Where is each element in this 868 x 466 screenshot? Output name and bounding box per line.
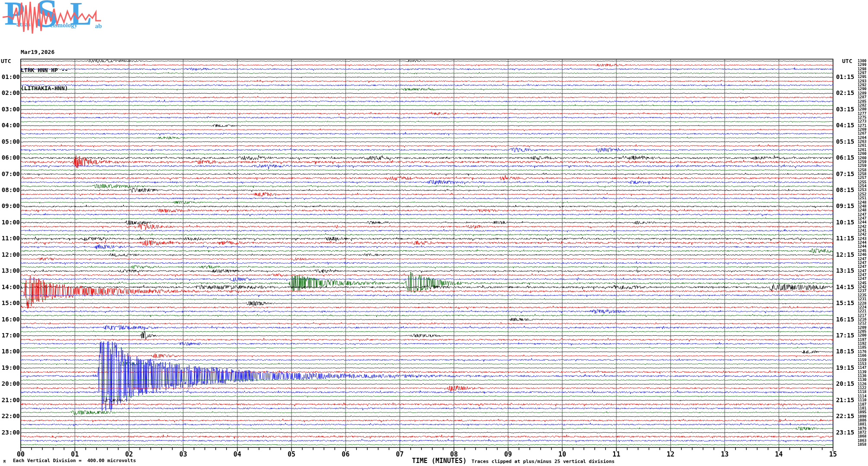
hour-label-left: 17:00 [0, 332, 20, 339]
x-tick-label: 14 [770, 451, 788, 458]
offset-value: 1260 [858, 152, 868, 156]
utc-header-left: UTC [1, 58, 11, 64]
header-station-line: LTHK HNN HP -- [21, 67, 68, 73]
header-station-name: (LITHAKIA-HNN) [21, 85, 68, 91]
x-tick-label: 11 [608, 451, 625, 458]
hour-label-left: 06:00 [0, 154, 20, 161]
offset-value: 1248 [858, 208, 868, 212]
hour-label-left: 03:00 [0, 106, 20, 113]
offset-value: 1221 [858, 309, 868, 313]
vertical-division-note: Each Vertical Division = 400.00 microvol… [13, 458, 136, 463]
utc-header-right: UTC [842, 58, 852, 64]
offset-value: 1095 [858, 410, 868, 414]
seismogram-canvas [0, 0, 868, 466]
x-tick-label: 06 [337, 451, 354, 458]
offset-value: 1147 [858, 366, 868, 370]
offset-value: 1247 [858, 265, 868, 269]
offset-value: 1251 [858, 196, 868, 200]
hour-label-left: 09:00 [0, 203, 20, 209]
offset-value: 1247 [858, 277, 868, 281]
hour-label-left: 12:00 [0, 252, 20, 258]
plot-header: Mar19,2026 LTHK HNN HP -- (LITHAKIA-HNN) [21, 37, 68, 98]
offset-value: 1081 [858, 422, 868, 426]
hour-label-left: 10:00 [0, 219, 20, 226]
header-date: Mar19,2026 [21, 49, 68, 55]
hour-label-left: 14:00 [0, 284, 20, 290]
x-tick-label: 15 [824, 451, 842, 458]
time-axis-title: TIME (MINUTES) [412, 457, 466, 465]
x-tick-label: 02 [120, 451, 138, 458]
offset-value: 1299 [858, 63, 868, 67]
hour-label-left: 23:00 [0, 429, 20, 436]
x-tick-label: 01 [66, 451, 83, 458]
offset-value: 1259 [858, 164, 868, 168]
offset-value: 1231 [858, 297, 868, 301]
hour-label-left: 04:00 [0, 122, 20, 129]
hour-label-left: 01:00 [0, 74, 20, 80]
hour-label-left: 07:00 [0, 171, 20, 177]
hour-label-left: 13:00 [0, 268, 20, 274]
x-tick-label: 03 [174, 451, 192, 458]
logo-seismic-wave-icon [2, 0, 105, 36]
offset-value: 1295 [858, 75, 868, 79]
x-tick-label: 09 [500, 451, 517, 458]
offset-value: 1246 [858, 253, 868, 257]
offset-value: 1244 [858, 220, 868, 224]
psl-logo: P S L atras eismology ab [2, 0, 105, 36]
offset-value: 1212 [858, 321, 868, 325]
x-tick-label: 13 [716, 451, 733, 458]
helicorder-page: { "logo": { "letters": ["P","S","L"], "w… [0, 0, 868, 466]
x-tick-label: 00 [12, 451, 29, 458]
hour-label-left: 05:00 [0, 139, 20, 145]
offset-value: 1058 [858, 443, 868, 447]
x-tick-label: 05 [283, 451, 300, 458]
x-tick-label: 07 [391, 451, 409, 458]
hour-label-left: 08:00 [0, 187, 20, 193]
x-tick-label: 12 [662, 451, 679, 458]
x-tick-label: 10 [554, 451, 571, 458]
footer-marker: M [3, 460, 6, 464]
hour-label-left: 18:00 [0, 348, 20, 355]
clip-note: Traces clipped at plus/minus 25 vertical… [472, 459, 615, 464]
hour-label-left: 15:00 [0, 300, 20, 306]
offset-value: 1273 [858, 120, 868, 123]
hour-label-left: 11:00 [0, 235, 20, 242]
x-tick-label: 04 [229, 451, 246, 458]
offset-value: 1257 [858, 176, 868, 180]
offset-value: 1110 [858, 398, 868, 402]
offset-value: 1166 [858, 354, 868, 358]
hour-label-left: 19:00 [0, 365, 20, 371]
hour-label-left: 20:00 [0, 381, 20, 387]
hour-label-left: 02:00 [0, 90, 20, 96]
hour-label-left: 21:00 [0, 397, 20, 403]
offset-value: 1130 [858, 378, 868, 382]
hour-label-left: 16:00 [0, 316, 20, 323]
offset-value: 1287 [858, 95, 868, 99]
hour-label-left: 22:00 [0, 413, 20, 419]
offset-value: 1280 [858, 107, 868, 111]
